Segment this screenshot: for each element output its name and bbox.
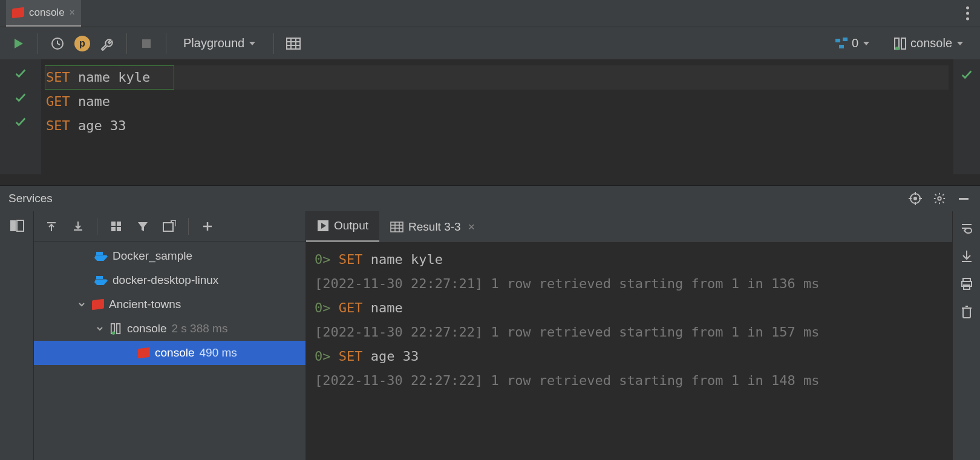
tree-item-docker-sample[interactable]: Docker_sample xyxy=(34,244,305,268)
datasource-icon xyxy=(110,323,122,335)
table-icon xyxy=(390,222,403,232)
tab-result[interactable]: Result 3-3 × xyxy=(379,211,486,242)
check-icon xyxy=(14,115,27,128)
svg-marker-12 xyxy=(863,42,869,45)
scroll-to-end-icon[interactable] xyxy=(958,248,975,264)
svg-marker-35 xyxy=(138,222,148,231)
session-selector[interactable]: console xyxy=(887,34,970,53)
svg-point-23 xyxy=(938,197,941,200)
output-line: 0> GET name xyxy=(315,296,944,320)
group-icon[interactable] xyxy=(108,218,124,234)
add-icon[interactable] xyxy=(200,218,215,234)
layout-icon[interactable] xyxy=(8,217,25,234)
svg-rect-11 xyxy=(839,45,844,48)
schema-selector[interactable]: 0 xyxy=(829,34,877,53)
svg-rect-9 xyxy=(835,39,840,42)
tree-item-time: 2 s 388 ms xyxy=(172,322,228,335)
docker-icon xyxy=(94,251,108,261)
check-icon xyxy=(960,68,973,81)
docker-icon xyxy=(94,275,108,285)
separator xyxy=(188,218,189,235)
print-icon[interactable] xyxy=(958,275,975,292)
tree-item-time: 490 ms xyxy=(200,346,237,360)
separator xyxy=(273,33,274,54)
tab-options-button[interactable] xyxy=(966,7,969,21)
datasource-icon xyxy=(893,37,907,50)
session-label: console xyxy=(910,36,952,50)
table-view-icon[interactable] xyxy=(285,35,302,52)
separator xyxy=(97,218,97,235)
redis-icon xyxy=(12,7,24,18)
playground-dropdown[interactable]: Playground xyxy=(177,34,263,53)
services-tree: Docker_sample docker-desktop-linux Ancie… xyxy=(34,242,305,365)
tree-item-docker-desktop[interactable]: docker-desktop-linux xyxy=(34,268,305,292)
editor-tab-label: console xyxy=(29,7,65,19)
svg-rect-43 xyxy=(117,324,120,334)
redis-icon xyxy=(92,299,104,310)
tree-item-console-session[interactable]: console 2 s 388 ms xyxy=(34,317,305,341)
svg-rect-26 xyxy=(17,220,24,231)
output-side-toolbar xyxy=(952,211,980,460)
chevron-down-icon xyxy=(94,325,105,332)
minimize-icon[interactable] xyxy=(956,191,972,206)
services-tree-panel: Docker_sample docker-desktop-linux Ancie… xyxy=(34,211,306,460)
svg-rect-36 xyxy=(163,223,173,231)
gear-icon[interactable] xyxy=(932,191,947,206)
close-icon[interactable]: × xyxy=(468,220,475,234)
filter-icon[interactable] xyxy=(135,218,151,234)
panel-resizer[interactable] xyxy=(0,174,980,185)
trash-icon[interactable] xyxy=(958,303,975,320)
close-icon[interactable]: × xyxy=(70,7,75,18)
code-line[interactable]: GET name xyxy=(46,90,949,114)
svg-rect-34 xyxy=(117,227,121,231)
code-area[interactable]: SET name kyle GET name SET age 33 xyxy=(41,59,953,174)
tree-item-label: docker-desktop-linux xyxy=(113,274,218,287)
output-line: 0> SET age 33 xyxy=(315,344,944,369)
svg-marker-16 xyxy=(957,42,963,45)
chevron-down-icon xyxy=(862,39,871,48)
collapse-all-icon[interactable] xyxy=(70,218,86,234)
console-toolbar: p Playground 0 console xyxy=(0,27,980,59)
tree-item-label: Docker_sample xyxy=(113,249,192,263)
services-side-toolbar xyxy=(0,211,34,460)
separator xyxy=(38,33,38,54)
editor-tab-console[interactable]: console × xyxy=(6,0,81,27)
svg-rect-47 xyxy=(391,222,403,232)
playground-label: Playground xyxy=(183,36,244,50)
services-tree-toolbar xyxy=(34,211,305,242)
schema-icon xyxy=(835,37,848,50)
play-square-icon xyxy=(317,220,329,232)
tree-item-ancient-towns[interactable]: Ancient-towns xyxy=(34,292,305,317)
services-toolwindow: Services xyxy=(0,185,980,460)
tree-item-label: console xyxy=(155,346,195,360)
chevron-down-icon xyxy=(956,39,964,48)
expand-all-icon[interactable] xyxy=(44,218,59,234)
tree-item-label: console xyxy=(127,322,167,335)
svg-rect-4 xyxy=(287,38,300,49)
svg-marker-3 xyxy=(249,42,255,45)
editor-tab-bar: console × xyxy=(0,0,980,27)
profile-icon[interactable]: p xyxy=(74,36,90,51)
services-header: Services xyxy=(0,186,980,211)
tree-item-console-run[interactable]: console 490 ms xyxy=(34,341,305,365)
new-tab-icon[interactable] xyxy=(162,218,177,234)
svg-rect-33 xyxy=(111,227,116,231)
svg-rect-14 xyxy=(901,38,906,49)
soft-wrap-icon[interactable] xyxy=(958,220,975,237)
code-editor[interactable]: SET name kyle GET name SET age 33 xyxy=(0,59,980,174)
output-tabs: Output Result 3-3 × xyxy=(306,211,952,243)
code-line[interactable]: SET age 33 xyxy=(46,114,949,138)
tab-output[interactable]: Output xyxy=(306,211,379,242)
output-console[interactable]: 0> SET name kyle [2022-11-30 22:27:21] 1… xyxy=(306,243,952,460)
target-icon[interactable] xyxy=(907,191,923,206)
svg-marker-0 xyxy=(15,39,23,48)
tab-label: Output xyxy=(334,219,368,232)
history-icon[interactable] xyxy=(49,35,66,52)
code-line[interactable]: SET name kyle xyxy=(46,65,949,90)
output-panel: Output Result 3-3 × 0> SET name kyle [20… xyxy=(306,211,980,460)
svg-rect-32 xyxy=(117,222,121,226)
separator xyxy=(166,33,166,54)
tab-label: Result 3-3 xyxy=(408,220,461,234)
settings-icon[interactable] xyxy=(99,35,116,52)
run-button[interactable] xyxy=(10,35,27,52)
